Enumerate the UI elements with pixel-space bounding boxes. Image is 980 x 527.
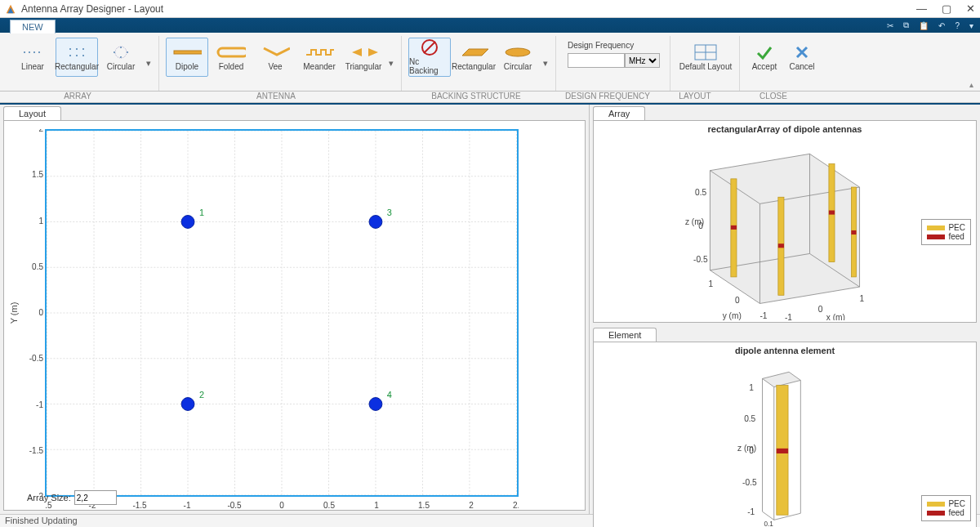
antenna-number: 3: [387, 208, 392, 217]
ribbon-collapse-icon[interactable]: ▴: [969, 80, 973, 89]
cancel-label: Cancel: [789, 62, 814, 71]
antenna-marker[interactable]: [369, 398, 382, 411]
svg-text:0.5: 0.5: [32, 262, 43, 271]
antenna-vee-button[interactable]: Vee: [254, 38, 296, 77]
status-text: Finished Updating: [5, 516, 78, 525]
antenna-vee-label: Vee: [268, 62, 282, 71]
ribbon-group-close: Accept Cancel: [742, 36, 825, 91]
qat-paste-icon[interactable]: 📋: [919, 21, 929, 30]
backing-none-button[interactable]: Nc Backing: [408, 38, 451, 77]
svg-text:0.5: 0.5: [323, 501, 335, 510]
svg-text:-1: -1: [760, 311, 767, 320]
svg-text:1.5: 1.5: [418, 501, 430, 510]
ribbon-tab-new[interactable]: NEW: [10, 20, 56, 33]
element3d-title: dipole antenna element: [594, 342, 976, 359]
legend-pec: PEC: [948, 223, 965, 232]
section-label-close: CLOSE: [730, 92, 817, 102]
accept-button[interactable]: Accept: [746, 38, 782, 77]
ribbon-section-labels: ARRAY ANTENNA BACKING STRUCTURE DESIGN F…: [0, 92, 980, 103]
array-rectangular-button[interactable]: Rectangular: [56, 38, 98, 77]
svg-text:0: 0: [749, 446, 754, 455]
svg-text:-1: -1: [785, 313, 792, 320]
svg-text:0.5: 0.5: [744, 414, 755, 423]
svg-text:0: 0: [279, 501, 284, 510]
svg-text:1: 1: [860, 294, 865, 303]
default-layout-button[interactable]: Default Layout: [677, 38, 734, 77]
antenna-marker[interactable]: [181, 216, 194, 229]
svg-text:0: 0: [818, 305, 823, 314]
svg-text:2: 2: [38, 129, 43, 133]
array-circular-button[interactable]: Circular: [100, 38, 142, 77]
svg-line-22: [424, 42, 435, 53]
array3d-tab[interactable]: Array: [593, 106, 645, 120]
backing-gallery-dropdown[interactable]: ▾: [541, 38, 550, 89]
svg-point-10: [76, 55, 78, 56]
default-layout-label: Default Layout: [679, 62, 733, 71]
design-frequency-unit[interactable]: MHz: [625, 53, 660, 68]
array-linear-label: Linear: [21, 62, 44, 71]
qat-more-icon[interactable]: ▾: [969, 21, 973, 30]
backing-rectangular-label: Rectangular: [452, 62, 496, 71]
qat-help-icon[interactable]: ?: [955, 21, 960, 30]
qat-cut-icon[interactable]: ✂: [887, 21, 893, 30]
legend-pec-2: PEC: [948, 499, 965, 508]
antenna-marker[interactable]: [181, 398, 194, 411]
ribbon-group-antenna: Dipole Folded Vee Meander Triangular ▾: [161, 36, 402, 91]
backing-rectangular-button[interactable]: Rectangular: [452, 38, 495, 77]
layout-pane: Layout 1234 -2-1.5-1-0.500.511.52 -2.5-2…: [0, 105, 590, 514]
svg-marker-20: [368, 48, 378, 56]
svg-text:0: 0: [38, 308, 43, 317]
maximize-button[interactable]: ▢: [942, 2, 951, 15]
qat-copy-icon[interactable]: ⧉: [903, 20, 909, 30]
svg-text:-0.5: -0.5: [227, 501, 242, 510]
svg-text:2.5: 2.5: [513, 501, 519, 510]
qat-undo-icon[interactable]: ↶: [938, 21, 945, 30]
layout-plot-area[interactable]: 1234: [45, 129, 519, 497]
layout-y-axis: -2-1.5-1-0.500.511.52: [29, 129, 45, 497]
antenna-marker[interactable]: [369, 216, 382, 229]
array-circular-label: Circular: [107, 62, 135, 71]
minimize-button[interactable]: —: [916, 2, 927, 15]
svg-text:1: 1: [374, 501, 379, 510]
array-size-input[interactable]: [74, 490, 117, 505]
svg-point-24: [506, 48, 530, 56]
antenna-folded-button[interactable]: Folded: [210, 38, 252, 77]
backing-circular-button[interactable]: Circular: [497, 38, 539, 77]
svg-point-6: [69, 48, 71, 50]
svg-point-3: [29, 51, 30, 53]
right-column: Array rectangularArray of dipole antenna…: [590, 105, 980, 514]
antenna-folded-label: Folded: [219, 62, 244, 71]
cancel-button[interactable]: Cancel: [784, 38, 820, 77]
ribbon-group-backing: Nc Backing Rectangular Circular ▾: [403, 36, 556, 91]
svg-text:0: 0: [698, 221, 703, 230]
antenna-number: 4: [387, 390, 392, 400]
antenna-gallery-dropdown[interactable]: ▾: [386, 38, 396, 89]
array3d-legend: PEC feed: [921, 219, 971, 245]
svg-point-2: [24, 51, 25, 53]
svg-text:-0.5: -0.5: [29, 354, 44, 363]
array3d-title: rectangularArray of dipole antennas: [594, 121, 976, 137]
layout-pane-body: 1234 -2-1.5-1-0.500.511.52 -2.5-2-1.5-1-…: [3, 120, 586, 511]
accept-label: Accept: [752, 62, 777, 71]
antenna-number: 1: [199, 208, 204, 217]
antenna-dipole-button[interactable]: Dipole: [166, 38, 208, 77]
svg-text:-0.5: -0.5: [693, 255, 708, 264]
element3d-plot[interactable]: z (m) 1 0.5 0 -0.5 -1 y (m) x (m) 0.1 -0…: [594, 359, 976, 527]
array-linear-button[interactable]: Linear: [11, 38, 54, 77]
array-gallery-dropdown[interactable]: ▾: [144, 38, 154, 89]
antenna-triangular-label: Triangular: [345, 62, 382, 71]
layout-ylabel: Y (m): [11, 129, 24, 497]
layout-tab[interactable]: Layout: [3, 106, 61, 120]
svg-text:-1: -1: [747, 507, 755, 516]
array3d-plot[interactable]: z (m) y (m) x (m) 0.5 0 -0.5 1 0 -1 -1 0…: [594, 137, 976, 320]
close-button[interactable]: ✕: [966, 2, 975, 15]
design-frequency-input[interactable]: [568, 53, 625, 68]
svg-text:-1: -1: [184, 501, 191, 510]
antenna-triangular-button[interactable]: Triangular: [342, 38, 385, 77]
svg-marker-23: [462, 49, 488, 56]
window-title: Antenna Array Designer - Layout: [21, 3, 916, 15]
element3d-tab[interactable]: Element: [593, 328, 657, 342]
svg-point-16: [115, 47, 127, 58]
svg-point-8: [82, 48, 84, 50]
antenna-meander-button[interactable]: Meander: [298, 38, 341, 77]
